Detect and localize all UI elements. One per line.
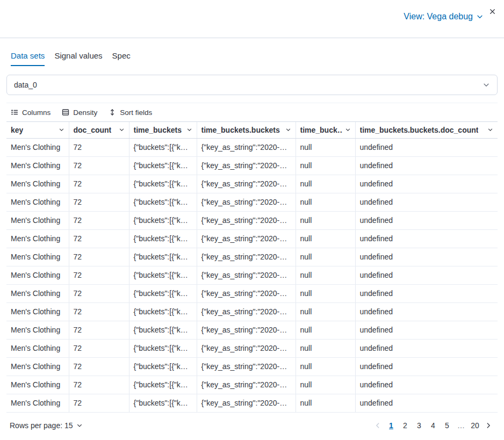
columns-icon bbox=[10, 108, 19, 117]
pagination-page-4[interactable]: 4 bbox=[427, 419, 440, 432]
cell-time-buckets: {"buckets":[{"k… bbox=[129, 193, 197, 211]
cell-key: Men's Clothing bbox=[6, 357, 69, 376]
cell-doc-count: 72 bbox=[69, 284, 129, 302]
view-selector-button[interactable]: View: Vega debug bbox=[404, 12, 484, 21]
pagination-next-icon[interactable] bbox=[483, 420, 494, 431]
cell-doc-count: 72 bbox=[69, 175, 129, 193]
table-row: Men's Clothing 72 {"buckets":[{"k… {"key… bbox=[6, 357, 498, 376]
chevron-down-icon bbox=[483, 81, 490, 89]
cell-time-buckets: {"buckets":[{"k… bbox=[129, 211, 197, 229]
pagination-page-1[interactable]: 1 bbox=[385, 419, 398, 432]
cell-time-buckets: {"buckets":[{"k… bbox=[129, 302, 197, 321]
tab-signal-values[interactable]: Signal values bbox=[54, 50, 102, 66]
table-row: Men's Clothing 72 {"buckets":[{"k… {"key… bbox=[6, 156, 498, 175]
tab-data-sets[interactable]: Data sets bbox=[11, 50, 45, 66]
chevron-down-icon bbox=[285, 127, 291, 133]
cell-doc-count: 72 bbox=[69, 302, 129, 321]
cell-time-buckets: {"buckets":[{"k… bbox=[129, 156, 197, 175]
cell-time-buckets-buckets: {"key_as_string":"2020-… bbox=[197, 321, 296, 339]
table-body: Men's Clothing 72 {"buckets":[{"k… {"key… bbox=[6, 138, 498, 412]
cell-key: Men's Clothing bbox=[6, 156, 69, 175]
cell-time-buckets-truncated: null bbox=[296, 357, 355, 376]
cell-key: Men's Clothing bbox=[6, 211, 69, 229]
cell-time-buckets-truncated: null bbox=[296, 339, 355, 357]
pagination-ellipsis: … bbox=[455, 419, 467, 432]
cell-time-buckets-buckets: {"key_as_string":"2020-… bbox=[197, 339, 296, 357]
sort-fields-button-label: Sort fields bbox=[120, 109, 152, 117]
cell-time-buckets-truncated: null bbox=[296, 284, 355, 302]
grid-footer: Rows per page: 15 12345…20 bbox=[6, 417, 498, 434]
column-header-time-buckets-truncated[interactable]: time_buck… bbox=[296, 122, 355, 138]
table-row: Men's Clothing 72 {"buckets":[{"k… {"key… bbox=[6, 302, 498, 321]
chevron-down-icon bbox=[119, 127, 125, 133]
flyout-header: View: Vega debug bbox=[0, 0, 504, 38]
cell-key: Men's Clothing bbox=[6, 229, 69, 248]
cell-key: Men's Clothing bbox=[6, 321, 69, 339]
cell-time-buckets-buckets-doc-count: undefined bbox=[355, 193, 498, 211]
cell-time-buckets-buckets-doc-count: undefined bbox=[355, 266, 498, 284]
cell-time-buckets-truncated: null bbox=[296, 229, 355, 248]
pagination-page-20[interactable]: 20 bbox=[469, 419, 481, 432]
table-row: Men's Clothing 72 {"buckets":[{"k… {"key… bbox=[6, 193, 498, 211]
cell-doc-count: 72 bbox=[69, 229, 129, 248]
column-header-doc-count[interactable]: doc_count bbox=[69, 122, 129, 138]
column-header-time-buckets-buckets[interactable]: time_buckets.buckets bbox=[197, 122, 296, 138]
table-row: Men's Clothing 72 {"buckets":[{"k… {"key… bbox=[6, 376, 498, 394]
chevron-down-icon bbox=[476, 13, 484, 20]
column-header-label: time_buckets.buckets bbox=[201, 126, 280, 134]
columns-button-label: Columns bbox=[22, 109, 51, 117]
chevron-down-icon bbox=[487, 127, 493, 133]
cell-time-buckets-buckets-doc-count: undefined bbox=[355, 339, 498, 357]
pagination-page-5[interactable]: 5 bbox=[441, 419, 453, 432]
cell-time-buckets-truncated: null bbox=[296, 211, 355, 229]
table-row: Men's Clothing 72 {"buckets":[{"k… {"key… bbox=[6, 138, 498, 156]
cell-time-buckets-truncated: null bbox=[296, 248, 355, 266]
column-header-time-buckets-buckets-doc-count[interactable]: time_buckets.buckets.doc_count bbox=[355, 122, 498, 138]
pagination-prev-icon[interactable] bbox=[372, 420, 384, 431]
tabs: Data sets Signal values Spec bbox=[6, 50, 498, 66]
cell-time-buckets-buckets-doc-count: undefined bbox=[355, 394, 498, 412]
chevron-down-icon bbox=[76, 422, 83, 429]
sort-icon bbox=[108, 108, 117, 117]
column-header-label: time_buckets.buckets.doc_count bbox=[360, 126, 479, 134]
table-row: Men's Clothing 72 {"buckets":[{"k… {"key… bbox=[6, 266, 498, 284]
cell-time-buckets-buckets-doc-count: undefined bbox=[355, 376, 498, 394]
cell-time-buckets-buckets: {"key_as_string":"2020-… bbox=[197, 193, 296, 211]
column-header-label: time_buck… bbox=[300, 126, 343, 134]
cell-time-buckets-truncated: null bbox=[296, 175, 355, 193]
close-icon[interactable] bbox=[488, 8, 496, 16]
density-button[interactable]: Density bbox=[61, 108, 97, 117]
cell-doc-count: 72 bbox=[69, 248, 129, 266]
cell-time-buckets-buckets: {"key_as_string":"2020-… bbox=[197, 266, 296, 284]
cell-key: Men's Clothing bbox=[6, 266, 69, 284]
column-header-key[interactable]: key bbox=[6, 122, 69, 138]
density-button-label: Density bbox=[73, 109, 97, 117]
tab-spec[interactable]: Spec bbox=[112, 50, 131, 66]
cell-doc-count: 72 bbox=[69, 339, 129, 357]
sort-fields-button[interactable]: Sort fields bbox=[108, 108, 152, 117]
dataset-select[interactable]: data_0 bbox=[6, 75, 498, 95]
cell-key: Men's Clothing bbox=[6, 248, 69, 266]
pagination: 12345…20 bbox=[372, 419, 494, 432]
rows-per-page-button[interactable]: Rows per page: 15 bbox=[10, 421, 83, 430]
cell-doc-count: 72 bbox=[69, 357, 129, 376]
pagination-page-2[interactable]: 2 bbox=[399, 419, 412, 432]
pagination-page-3[interactable]: 3 bbox=[413, 419, 426, 432]
chevron-down-icon bbox=[59, 127, 64, 133]
chevron-down-icon bbox=[186, 127, 192, 133]
cell-time-buckets-truncated: null bbox=[296, 266, 355, 284]
chevron-down-icon bbox=[345, 127, 351, 133]
cell-key: Men's Clothing bbox=[6, 394, 69, 412]
cell-time-buckets-buckets: {"key_as_string":"2020-… bbox=[197, 394, 296, 412]
pagination-pages: 12345…20 bbox=[385, 419, 481, 432]
cell-time-buckets-buckets: {"key_as_string":"2020-… bbox=[197, 357, 296, 376]
table-header: key doc_count time_buc bbox=[6, 122, 498, 138]
cell-time-buckets-buckets: {"key_as_string":"2020-… bbox=[197, 229, 296, 248]
cell-doc-count: 72 bbox=[69, 138, 129, 156]
flyout-body: Data sets Signal values Spec data_0 Colu… bbox=[0, 50, 504, 434]
column-header-time-buckets[interactable]: time_buckets bbox=[129, 122, 197, 138]
table-row: Men's Clothing 72 {"buckets":[{"k… {"key… bbox=[6, 229, 498, 248]
table-row: Men's Clothing 72 {"buckets":[{"k… {"key… bbox=[6, 339, 498, 357]
columns-button[interactable]: Columns bbox=[10, 108, 51, 117]
table-row: Men's Clothing 72 {"buckets":[{"k… {"key… bbox=[6, 175, 498, 193]
